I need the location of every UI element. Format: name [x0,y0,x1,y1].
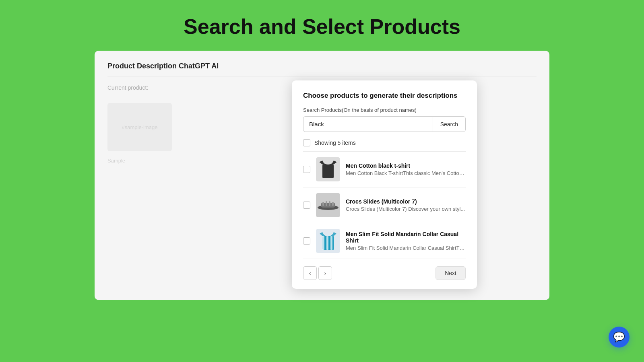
next-button[interactable]: Next [436,266,466,280]
items-count: Showing 5 items [314,140,356,146]
product-list: Men Cotton black t-shirt Men Cotton Blac… [303,151,466,259]
app-header: Product Description ChatGPT AI [107,62,537,76]
product-image-3 [316,229,340,253]
next-page-button[interactable]: › [318,266,332,280]
svg-rect-9 [324,236,326,250]
product-image-1 [316,157,340,181]
product-checkbox-2[interactable] [303,202,310,209]
list-item: Crocs Slides (Multicolor 7) Crocs Slides… [303,187,466,223]
pagination-arrows: ‹ › [303,266,332,280]
svg-rect-3 [322,202,324,206]
product-info-3: Men Slim Fit Solid Mandarin Collar Casua… [346,231,466,251]
product-info-1: Men Cotton black t-shirt Men Cotton Blac… [346,162,466,176]
product-desc-2: Crocs Slides (Multicolor 7) Discover you… [346,206,466,212]
product-checkbox-1[interactable] [303,166,310,173]
product-modal: Choose products to generate their descri… [292,80,477,289]
product-desc-1: Men Cotton Black T-shirtThis classic Men… [346,170,466,176]
modal-overlay: Choose products to generate their descri… [228,80,541,289]
list-item: Men Cotton black t-shirt Men Cotton Blac… [303,152,466,187]
svg-rect-5 [329,201,330,206]
page-title: Search and Select Products [0,0,644,51]
modal-title: Choose products to generate their descri… [303,92,466,100]
svg-rect-11 [328,236,330,250]
svg-rect-0 [322,165,334,178]
search-button[interactable]: Search [433,116,466,132]
search-input[interactable] [303,116,433,132]
app-container: Product Description ChatGPT AI Current p… [95,51,549,300]
select-all-checkbox[interactable] [303,139,310,146]
svg-rect-6 [332,202,334,206]
svg-rect-8 [322,236,324,250]
product-desc-3: Men Slim Fit Solid Mandarin Collar Casua… [346,245,466,251]
list-item: Men Slim Fit Solid Mandarin Collar Casua… [303,223,466,259]
chat-button[interactable]: 💬 [609,327,630,348]
product-info-2: Crocs Slides (Multicolor 7) Crocs Slides… [346,198,466,212]
prev-page-button[interactable]: ‹ [303,266,317,280]
items-header: Showing 5 items [303,139,466,147]
svg-rect-12 [330,236,332,250]
product-image-2 [316,193,340,217]
svg-rect-13 [332,236,334,250]
chat-icon: 💬 [613,331,625,343]
product-checkbox-3[interactable] [303,237,310,245]
search-row: Search [303,116,466,132]
app-body: Current product: #sample-image Sample Ch… [107,84,537,164]
pagination-row: ‹ › Next [303,266,466,280]
svg-rect-4 [326,201,327,206]
svg-rect-10 [326,236,328,250]
product-name-2: Crocs Slides (Multicolor 7) [346,198,466,205]
sample-image-text: #sample-image [122,124,158,130]
search-label: Search Products(On the basis of product … [303,107,466,113]
sample-image: #sample-image [107,103,172,151]
product-name-3: Men Slim Fit Solid Mandarin Collar Casua… [346,231,466,244]
product-name-1: Men Cotton black t-shirt [346,162,466,169]
